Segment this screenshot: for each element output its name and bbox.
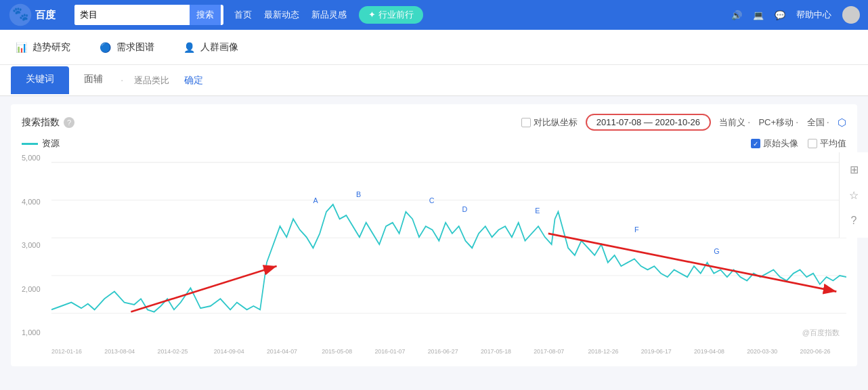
svg-text:D: D	[462, 204, 468, 213]
region-label: 全国	[807, 116, 825, 129]
option-original-label: 原始头像	[763, 137, 798, 150]
chart-controls: 对比纵坐标 2011-07-08 — 2020-10-26 当前义 · PC+移…	[521, 114, 846, 131]
device-type-label: PC+移动	[758, 116, 794, 129]
legend-item: 资源	[22, 137, 60, 150]
svg-text:2017-05-18: 2017-05-18	[481, 347, 511, 354]
svg-text:2020-03-30: 2020-03-30	[747, 347, 777, 354]
compare-checkbox-box[interactable]	[521, 118, 531, 127]
y-label-3: 3,000	[22, 241, 50, 249]
svg-text:C: C	[429, 196, 435, 204]
svg-text:2018-12-26: 2018-12-26	[588, 347, 618, 354]
subnav-trend-label: 趋势研究	[32, 41, 70, 53]
date-range-pill[interactable]: 2011-07-08 — 2020-10-26	[586, 114, 711, 131]
svg-line-10	[548, 234, 837, 292]
right-sidebar: ⊞ ☆ ?	[839, 152, 868, 238]
y-axis-labels: 1,000 2,000 3,000 4,000 5,000	[22, 154, 50, 337]
chart-title-text: 搜索指数	[22, 116, 60, 129]
sidebar-share-icon[interactable]: ⊞	[844, 159, 864, 179]
tabs-row: 关键词 面辅 · 逐品类比 确定	[0, 65, 868, 96]
user-avatar[interactable]	[842, 6, 860, 24]
search-box: 搜索	[74, 5, 223, 25]
demand-icon: 🔵	[97, 40, 112, 55]
device-type-dot: ·	[796, 116, 798, 129]
chart-header: 搜索指数 ? 对比纵坐标 2011-07-08 — 2020-10-26 当前义…	[22, 114, 846, 131]
average-checkbox[interactable]	[808, 139, 817, 148]
export-icon[interactable]: ⬡	[838, 116, 846, 129]
svg-text:🐾: 🐾	[12, 5, 29, 22]
y-label-2: 2,000	[22, 285, 50, 293]
tab-confirm[interactable]: 确定	[177, 68, 210, 93]
y-label-5: 5,000	[22, 154, 50, 162]
svg-text:B: B	[356, 190, 361, 199]
nav-help-center[interactable]: 帮助中心	[796, 9, 831, 21]
svg-text:A: A	[313, 196, 318, 204]
svg-text:2016-01-07: 2016-01-07	[374, 347, 405, 354]
svg-text:2014-04-07: 2014-04-07	[267, 347, 297, 354]
svg-text:E: E	[535, 206, 540, 215]
y-label-1: 1,000	[22, 328, 50, 337]
device-type-control[interactable]: PC+移动 ·	[758, 116, 798, 129]
subnav-demand[interactable]: 🔵 需求图谱	[97, 40, 154, 55]
chart-svg: A B C D E F G 2012-01-16 2013-08-04 2014…	[51, 154, 846, 357]
subnav-trend[interactable]: 📊 趋势研究	[14, 40, 70, 55]
nav-icon-sound[interactable]: 🔊	[731, 10, 742, 20]
legend-label: 资源	[42, 137, 60, 150]
nav-icon-chat[interactable]: 💬	[775, 10, 785, 20]
legend-color-bar	[22, 143, 38, 145]
search-input[interactable]	[74, 5, 190, 25]
nav-latest[interactable]: 最新动态	[264, 9, 299, 21]
info-icon[interactable]: ?	[64, 117, 74, 128]
option-average[interactable]: 平均值	[808, 137, 846, 150]
nav-new-products[interactable]: 新品灵感	[311, 9, 347, 21]
watermark: @百度指数	[802, 328, 840, 338]
device-control[interactable]: 当前义 ·	[719, 116, 750, 129]
subnav-portrait-label: 人群画像	[200, 41, 238, 53]
svg-text:2016-06-27: 2016-06-27	[428, 347, 458, 354]
nav-special-btn[interactable]: ✦ 行业前行	[359, 6, 423, 24]
svg-text:2017-08-07: 2017-08-07	[534, 347, 564, 354]
compare-label: 对比纵坐标	[534, 116, 578, 129]
tab-keywords[interactable]: 关键词	[11, 66, 69, 94]
sub-navigation: 📊 趋势研究 🔵 需求图谱 👤 人群画像	[0, 30, 868, 65]
tab-compare[interactable]: 逐品类比	[126, 68, 177, 93]
chart-section: 搜索指数 ? 对比纵坐标 2011-07-08 — 2020-10-26 当前义…	[11, 104, 857, 366]
trend-icon: 📊	[14, 40, 28, 55]
nav-links: 首页 最新动态 新品灵感 ✦ 行业前行	[234, 6, 423, 24]
y-label-4: 4,000	[22, 198, 50, 206]
option-original[interactable]: ✓ 原始头像	[751, 137, 798, 150]
legend-row: 资源 ✓ 原始头像 平均值	[22, 137, 846, 150]
compare-checkbox[interactable]: 对比纵坐标	[521, 116, 578, 129]
logo-area: 🐾 百度	[8, 3, 69, 27]
nav-home[interactable]: 首页	[234, 9, 252, 21]
svg-text:G: G	[714, 246, 719, 255]
subnav-portrait[interactable]: 👤 人群画像	[181, 40, 238, 55]
sidebar-help-icon[interactable]: ?	[844, 211, 864, 231]
svg-text:2019-06-17: 2019-06-17	[641, 347, 672, 354]
baidu-logo-icon: 🐾	[8, 3, 32, 27]
region-dot: ·	[827, 116, 829, 129]
svg-text:2012-01-16: 2012-01-16	[51, 347, 82, 354]
device-dot: ·	[747, 116, 750, 129]
svg-text:2014-02-25: 2014-02-25	[158, 347, 188, 354]
nav-right: 🔊 💻 💬 帮助中心	[731, 6, 860, 24]
svg-line-9	[131, 266, 276, 312]
chart-title: 搜索指数 ?	[22, 116, 74, 129]
sidebar-star-icon[interactable]: ☆	[844, 185, 864, 205]
chart-options: ✓ 原始头像 平均值	[751, 137, 846, 150]
nav-icon-device[interactable]: 💻	[753, 10, 764, 20]
region-control[interactable]: 全国 ·	[807, 116, 829, 129]
svg-text:2014-09-04: 2014-09-04	[214, 347, 244, 354]
svg-text:2020-06-26: 2020-06-26	[800, 347, 831, 354]
original-checkbox[interactable]: ✓	[751, 139, 760, 148]
tab-fabric[interactable]: 面辅	[69, 66, 118, 94]
search-button[interactable]: 搜索	[190, 5, 221, 25]
svg-text:2015-05-08: 2015-05-08	[322, 347, 352, 354]
tab-divider: ·	[118, 74, 126, 87]
subnav-demand-label: 需求图谱	[116, 41, 154, 53]
svg-text:2019-04-08: 2019-04-08	[694, 347, 724, 354]
portrait-icon: 👤	[181, 40, 196, 55]
svg-text:F: F	[634, 225, 639, 234]
svg-text:2013-08-04: 2013-08-04	[104, 347, 135, 354]
option-average-label: 平均值	[820, 137, 846, 150]
device-label: 当前义	[719, 116, 745, 129]
